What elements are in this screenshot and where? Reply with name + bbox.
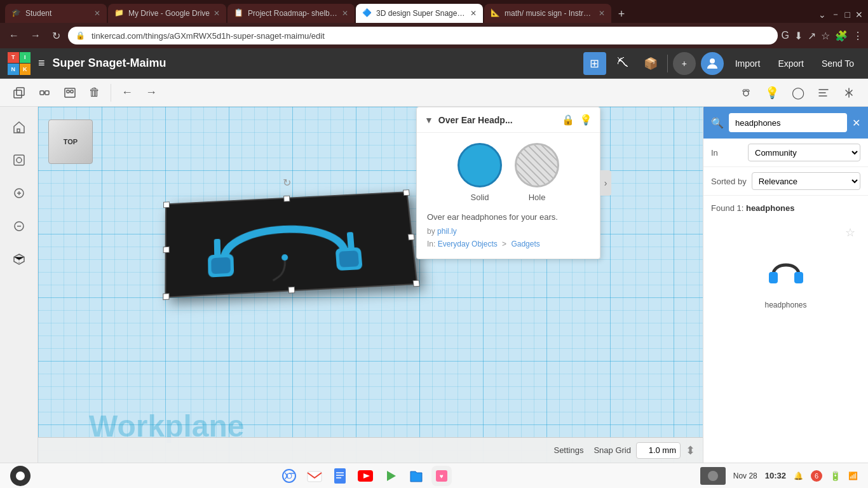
address-input[interactable]: 🔒 tinkercad.com/things/aGXmRWX5d1h-super… <box>68 27 778 44</box>
mirror-button[interactable] <box>837 83 860 103</box>
tab-close-instructables[interactable]: ✕ <box>599 9 605 18</box>
solid-label: Solid <box>471 193 489 202</box>
redo-button[interactable]: → <box>140 82 162 103</box>
grid-view-button[interactable]: ⊞ <box>583 52 606 75</box>
google-icon[interactable]: G <box>782 30 789 41</box>
view-cube-box[interactable]: TOP <box>48 119 93 164</box>
tab-roadmap[interactable]: 📋 Project Roadmap- shelby - Go... ✕ <box>227 4 355 23</box>
canvas-area[interactable]: TOP ↻ <box>38 107 703 463</box>
tab-instructables[interactable]: 📐 math/ music sign - Instructab... ✕ <box>484 4 611 23</box>
object-container[interactable]: ↻ <box>165 196 413 291</box>
share-icon[interactable]: ↗ <box>808 30 816 42</box>
user-avatar[interactable] <box>701 52 724 75</box>
taskbar-app6[interactable]: ♥ <box>431 466 452 486</box>
light-button[interactable]: 💡 <box>760 82 784 104</box>
view-cube[interactable]: TOP <box>48 119 99 170</box>
panel-lock-button[interactable]: 🔒 <box>562 114 574 126</box>
taskbar-record-button[interactable] <box>10 466 31 486</box>
download-icon[interactable]: ⬇ <box>794 30 803 42</box>
box-button[interactable]: 📦 <box>639 52 662 75</box>
hamburger-menu-icon[interactable]: ≡ <box>38 57 45 70</box>
hole-circle[interactable] <box>515 143 559 187</box>
taskbar-youtube[interactable] <box>355 466 376 486</box>
snap-grid-label: Snap Grid <box>593 445 631 455</box>
handle-ml[interactable] <box>163 247 170 253</box>
close-browser-icon[interactable]: ✕ <box>855 10 863 20</box>
panel-light-button[interactable]: 💡 <box>580 114 592 126</box>
result-star-icon[interactable]: ☆ <box>845 226 855 240</box>
handle-bm[interactable] <box>288 287 295 294</box>
3d-view-tool[interactable] <box>6 247 32 272</box>
notification-icon[interactable]: 🔔 <box>794 471 803 480</box>
search-close-button[interactable]: ✕ <box>852 117 860 129</box>
add-account-button[interactable]: + <box>673 52 696 75</box>
handle-bl[interactable] <box>163 293 169 300</box>
shape-button[interactable]: ◯ <box>787 82 810 104</box>
import-button[interactable]: Import <box>729 55 767 72</box>
solid-option[interactable]: Solid <box>458 143 502 202</box>
taskbar-files[interactable] <box>406 466 426 486</box>
group-button[interactable] <box>33 83 56 103</box>
menu-icon[interactable]: ⋮ <box>853 30 863 42</box>
delete-button[interactable]: 🗑 <box>84 82 105 103</box>
tab-gdrive[interactable]: 📁 My Drive - Google Drive ✕ <box>108 4 226 23</box>
new-tab-button[interactable]: + <box>613 5 630 23</box>
handle-br[interactable] <box>413 280 420 287</box>
taskbar-left <box>10 466 31 486</box>
minimize-icon[interactable]: － <box>831 9 840 20</box>
panel-toggle-arrow[interactable]: › <box>600 170 611 196</box>
forward-button[interactable]: → <box>27 27 44 44</box>
by-line: by phil.ly <box>427 227 590 236</box>
copy-workplane-button[interactable] <box>8 83 31 103</box>
toolbar: 🗑 ← → 💡 ◯ <box>0 79 868 107</box>
solid-circle[interactable] <box>458 143 502 187</box>
taskbar-play[interactable] <box>381 466 401 486</box>
taskbar-docs[interactable] <box>330 466 350 486</box>
home-tool[interactable] <box>6 114 32 140</box>
snap-grid-input[interactable] <box>636 442 681 459</box>
zoom-in-tool[interactable] <box>6 180 32 206</box>
tab-close-roadmap[interactable]: ✕ <box>342 9 348 18</box>
tab-close-gdrive[interactable]: ✕ <box>214 9 220 18</box>
author-link[interactable]: phil.ly <box>437 227 457 236</box>
taskbar-chrome[interactable] <box>279 466 299 486</box>
tab-title-tinkercad: 3D design Super Snaget-Maim... <box>376 9 466 18</box>
zoom-out-tool[interactable] <box>6 214 32 239</box>
tinkercad-logo[interactable]: T I N K <box>8 52 31 75</box>
pickaxe-button[interactable]: ⛏ <box>611 52 634 75</box>
fit-view-tool[interactable] <box>6 147 32 173</box>
align-button[interactable] <box>812 83 835 103</box>
filter-in-select[interactable]: Community <box>748 144 860 161</box>
hole-option[interactable]: Hole <box>515 143 559 202</box>
tab-close-student[interactable]: ✕ <box>94 9 100 18</box>
handle-tl[interactable] <box>163 201 170 208</box>
search-input[interactable] <box>729 113 847 132</box>
board-3d[interactable] <box>165 191 417 298</box>
camera-button[interactable] <box>735 83 757 103</box>
taskbar-gmail[interactable] <box>304 466 325 486</box>
send-to-button[interactable]: Send To <box>815 55 860 72</box>
ungroup-button[interactable] <box>58 83 81 103</box>
tab-tinkercad[interactable]: 🔷 3D design Super Snaget-Maim... ✕ <box>356 4 483 23</box>
back-button[interactable]: ← <box>5 27 23 44</box>
media-control[interactable] <box>700 467 726 485</box>
undo-button[interactable]: ← <box>116 82 138 103</box>
category-link[interactable]: Everyday Objects <box>438 240 498 248</box>
snap-grid-stepper[interactable]: ⬍ <box>686 444 695 458</box>
reload-button[interactable]: ↻ <box>48 27 64 44</box>
tab-close-tinkercad[interactable]: ✕ <box>470 9 477 18</box>
filter-sort-select[interactable]: Relevance <box>752 172 860 190</box>
tab-student[interactable]: 🎓 Student ✕ <box>5 4 107 23</box>
maximize-icon[interactable]: □ <box>845 10 850 20</box>
handle-tm[interactable] <box>283 196 290 202</box>
bookmark-icon[interactable]: ☆ <box>821 30 830 42</box>
extensions-icon[interactable]: 🧩 <box>835 30 848 42</box>
result-item-headphones[interactable]: ☆ headphones <box>711 220 860 315</box>
handle-mr[interactable] <box>408 234 415 240</box>
tab-list-icon[interactable]: ⌄ <box>818 10 826 20</box>
subcategory-link[interactable]: Gadgets <box>511 240 539 248</box>
handle-tr[interactable] <box>403 189 410 196</box>
export-button[interactable]: Export <box>771 55 810 72</box>
left-sidebar <box>0 107 38 463</box>
panel-collapse-button[interactable]: ▼ <box>424 115 433 125</box>
